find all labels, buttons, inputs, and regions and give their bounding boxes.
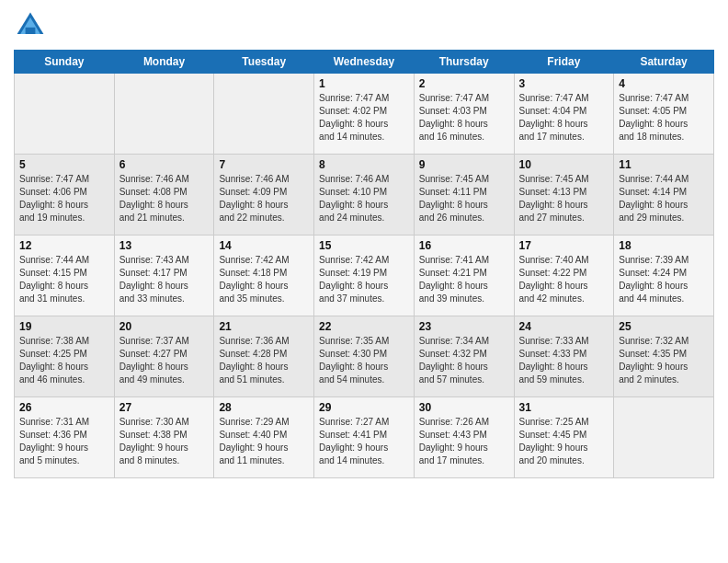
day-info: Sunrise: 7:37 AM Sunset: 4:27 PM Dayligh… [119,335,210,386]
day-number: 20 [119,320,210,333]
day-cell: 12Sunrise: 7:44 AM Sunset: 4:15 PM Dayli… [15,236,115,316]
day-cell [614,397,714,478]
day-number: 26 [19,401,109,414]
day-cell: 18Sunrise: 7:39 AM Sunset: 4:24 PM Dayli… [614,236,714,316]
day-number: 15 [319,239,409,252]
day-info: Sunrise: 7:43 AM Sunset: 4:17 PM Dayligh… [119,254,210,305]
day-number: 14 [219,239,309,252]
week-row-1: 1Sunrise: 7:47 AM Sunset: 4:02 PM Daylig… [15,74,714,155]
day-number: 25 [619,320,709,333]
day-info: Sunrise: 7:46 AM Sunset: 4:09 PM Dayligh… [219,173,309,224]
day-cell: 31Sunrise: 7:25 AM Sunset: 4:45 PM Dayli… [514,397,614,478]
logo-icon [14,9,47,42]
day-number: 6 [119,158,210,171]
day-number: 4 [619,77,709,90]
weekday-header-friday: Friday [514,51,614,74]
day-info: Sunrise: 7:46 AM Sunset: 4:10 PM Dayligh… [319,173,409,224]
day-number: 18 [619,239,709,252]
day-cell: 14Sunrise: 7:42 AM Sunset: 4:18 PM Dayli… [214,236,314,316]
day-info: Sunrise: 7:44 AM Sunset: 4:15 PM Dayligh… [19,254,109,305]
day-cell: 21Sunrise: 7:36 AM Sunset: 4:28 PM Dayli… [214,316,314,397]
day-number: 2 [419,77,509,90]
day-cell: 25Sunrise: 7:32 AM Sunset: 4:35 PM Dayli… [614,316,714,397]
day-cell: 28Sunrise: 7:29 AM Sunset: 4:40 PM Dayli… [214,397,314,478]
day-number: 13 [119,239,210,252]
day-cell: 22Sunrise: 7:35 AM Sunset: 4:30 PM Dayli… [314,316,415,397]
day-cell: 3Sunrise: 7:47 AM Sunset: 4:04 PM Daylig… [514,74,614,155]
week-row-3: 12Sunrise: 7:44 AM Sunset: 4:15 PM Dayli… [15,236,714,316]
day-info: Sunrise: 7:45 AM Sunset: 4:13 PM Dayligh… [519,173,609,224]
day-info: Sunrise: 7:26 AM Sunset: 4:43 PM Dayligh… [419,416,509,467]
day-cell: 8Sunrise: 7:46 AM Sunset: 4:10 PM Daylig… [314,155,415,236]
svg-rect-2 [26,28,36,34]
day-number: 30 [419,401,509,414]
day-cell: 15Sunrise: 7:42 AM Sunset: 4:19 PM Dayli… [314,236,415,316]
weekday-header-tuesday: Tuesday [214,51,314,74]
day-info: Sunrise: 7:39 AM Sunset: 4:24 PM Dayligh… [619,254,709,305]
day-cell: 30Sunrise: 7:26 AM Sunset: 4:43 PM Dayli… [414,397,514,478]
day-number: 27 [119,401,210,414]
day-info: Sunrise: 7:40 AM Sunset: 4:22 PM Dayligh… [519,254,609,305]
day-number: 8 [319,158,409,171]
weekday-header-saturday: Saturday [614,51,714,74]
day-number: 23 [419,320,509,333]
day-info: Sunrise: 7:38 AM Sunset: 4:25 PM Dayligh… [19,335,109,386]
day-info: Sunrise: 7:33 AM Sunset: 4:33 PM Dayligh… [519,335,609,386]
day-cell: 11Sunrise: 7:44 AM Sunset: 4:14 PM Dayli… [614,155,714,236]
day-cell: 4Sunrise: 7:47 AM Sunset: 4:05 PM Daylig… [614,74,714,155]
day-info: Sunrise: 7:30 AM Sunset: 4:38 PM Dayligh… [119,416,210,467]
weekday-header-wednesday: Wednesday [314,51,415,74]
day-cell: 27Sunrise: 7:30 AM Sunset: 4:38 PM Dayli… [114,397,214,478]
day-number: 24 [519,320,609,333]
day-cell: 24Sunrise: 7:33 AM Sunset: 4:33 PM Dayli… [514,316,614,397]
day-cell: 7Sunrise: 7:46 AM Sunset: 4:09 PM Daylig… [214,155,314,236]
day-info: Sunrise: 7:27 AM Sunset: 4:41 PM Dayligh… [319,416,409,467]
calendar-body: 1Sunrise: 7:47 AM Sunset: 4:02 PM Daylig… [15,74,714,478]
day-number: 12 [19,239,109,252]
day-info: Sunrise: 7:45 AM Sunset: 4:11 PM Dayligh… [419,173,509,224]
day-cell: 19Sunrise: 7:38 AM Sunset: 4:25 PM Dayli… [15,316,115,397]
logo [14,9,52,42]
day-cell: 20Sunrise: 7:37 AM Sunset: 4:27 PM Dayli… [114,316,214,397]
day-info: Sunrise: 7:35 AM Sunset: 4:30 PM Dayligh… [319,335,409,386]
day-number: 7 [219,158,309,171]
day-cell: 10Sunrise: 7:45 AM Sunset: 4:13 PM Dayli… [514,155,614,236]
day-cell: 29Sunrise: 7:27 AM Sunset: 4:41 PM Dayli… [314,397,415,478]
day-info: Sunrise: 7:42 AM Sunset: 4:18 PM Dayligh… [219,254,309,305]
day-info: Sunrise: 7:25 AM Sunset: 4:45 PM Dayligh… [519,416,609,467]
day-info: Sunrise: 7:31 AM Sunset: 4:36 PM Dayligh… [19,416,109,467]
day-number: 10 [519,158,609,171]
day-cell [15,74,115,155]
day-info: Sunrise: 7:44 AM Sunset: 4:14 PM Dayligh… [619,173,709,224]
day-info: Sunrise: 7:47 AM Sunset: 4:04 PM Dayligh… [519,92,609,144]
weekday-header-thursday: Thursday [414,51,514,74]
day-cell [114,74,214,155]
day-cell: 26Sunrise: 7:31 AM Sunset: 4:36 PM Dayli… [15,397,115,478]
day-cell: 16Sunrise: 7:41 AM Sunset: 4:21 PM Dayli… [414,236,514,316]
weekday-header-monday: Monday [114,51,214,74]
weekday-header-sunday: Sunday [15,51,115,74]
day-info: Sunrise: 7:46 AM Sunset: 4:08 PM Dayligh… [119,173,210,224]
week-row-5: 26Sunrise: 7:31 AM Sunset: 4:36 PM Dayli… [15,397,714,478]
day-cell [214,74,314,155]
day-info: Sunrise: 7:47 AM Sunset: 4:05 PM Dayligh… [619,92,709,144]
day-cell: 2Sunrise: 7:47 AM Sunset: 4:03 PM Daylig… [414,74,514,155]
day-number: 5 [19,158,109,171]
day-number: 19 [19,320,109,333]
day-cell: 9Sunrise: 7:45 AM Sunset: 4:11 PM Daylig… [414,155,514,236]
day-cell: 23Sunrise: 7:34 AM Sunset: 4:32 PM Dayli… [414,316,514,397]
day-number: 1 [319,77,409,90]
day-info: Sunrise: 7:41 AM Sunset: 4:21 PM Dayligh… [419,254,509,305]
header [14,9,714,42]
day-cell: 17Sunrise: 7:40 AM Sunset: 4:22 PM Dayli… [514,236,614,316]
day-number: 17 [519,239,609,252]
day-number: 28 [219,401,309,414]
day-number: 22 [319,320,409,333]
day-number: 3 [519,77,609,90]
day-number: 11 [619,158,709,171]
week-row-2: 5Sunrise: 7:47 AM Sunset: 4:06 PM Daylig… [15,155,714,236]
day-number: 16 [419,239,509,252]
day-info: Sunrise: 7:47 AM Sunset: 4:06 PM Dayligh… [19,173,109,224]
day-cell: 6Sunrise: 7:46 AM Sunset: 4:08 PM Daylig… [114,155,214,236]
day-info: Sunrise: 7:34 AM Sunset: 4:32 PM Dayligh… [419,335,509,386]
